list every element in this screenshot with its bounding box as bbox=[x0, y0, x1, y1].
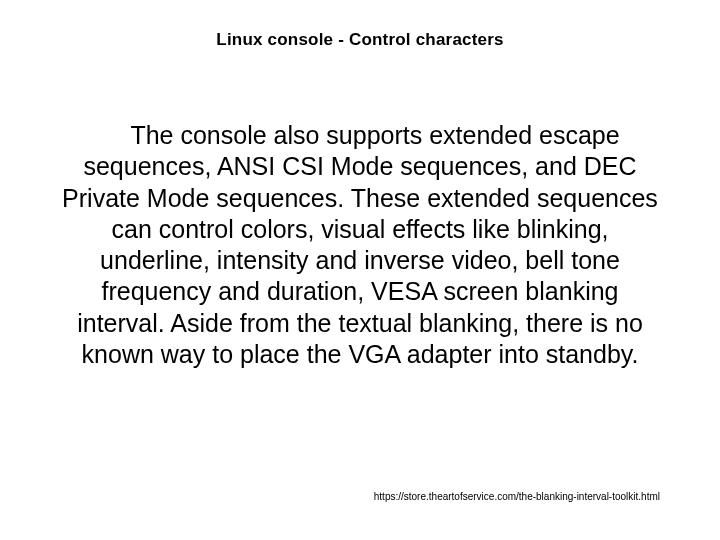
footer-url: https://store.theartofservice.com/the-bl… bbox=[60, 491, 660, 502]
slide-title: Linux console - Control characters bbox=[0, 30, 720, 50]
slide: Linux console - Control characters The c… bbox=[0, 0, 720, 540]
slide-body-text: The console also supports extended escap… bbox=[60, 120, 660, 370]
